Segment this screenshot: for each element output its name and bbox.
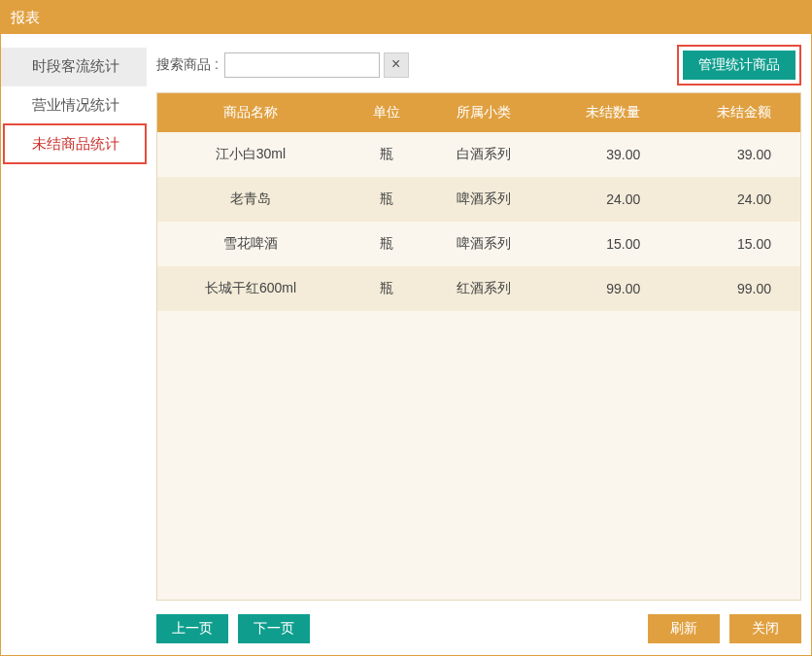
cell-category: 白酒系列	[428, 146, 538, 163]
cell-category: 啤酒系列	[428, 190, 538, 208]
prev-page-button[interactable]: 上一页	[156, 614, 228, 643]
close-button[interactable]: 关闭	[729, 614, 801, 643]
report-window: 报表 时段客流统计 营业情况统计 未结商品统计 搜索商品 : ×	[0, 0, 812, 656]
manage-button-highlight: 管理统计商品	[677, 45, 801, 86]
clear-search-button[interactable]: ×	[384, 52, 409, 78]
cell-qty: 15.00	[539, 236, 670, 252]
refresh-button[interactable]: 刷新	[648, 614, 720, 643]
sidebar-item-business[interactable]: 营业情况统计	[1, 86, 147, 125]
cell-name: 长城干红600ml	[157, 280, 344, 297]
search-input[interactable]	[224, 52, 380, 78]
manage-button-label: 管理统计商品	[698, 56, 780, 74]
cell-unit: 瓶	[344, 235, 428, 253]
table-row[interactable]: 长城干红600ml 瓶 红酒系列 99.00 99.00	[157, 266, 800, 311]
th-unit: 单位	[344, 104, 428, 121]
refresh-label: 刷新	[670, 620, 697, 638]
cell-unit: 瓶	[344, 190, 428, 208]
prev-page-label: 上一页	[172, 620, 213, 638]
cell-qty: 39.00	[539, 147, 670, 162]
close-label: 关闭	[752, 620, 779, 638]
table-row[interactable]: 雪花啤酒 瓶 啤酒系列 15.00 15.00	[157, 222, 800, 266]
cell-amount: 99.00	[669, 281, 800, 296]
next-page-button[interactable]: 下一页	[238, 614, 310, 643]
table-header: 商品名称 单位 所属小类 未结数量 未结金额	[157, 93, 800, 132]
sidebar-item-label: 未结商品统计	[32, 135, 119, 154]
table-row[interactable]: 江小白30ml 瓶 白酒系列 39.00 39.00	[157, 132, 800, 177]
manage-goods-button[interactable]: 管理统计商品	[683, 51, 795, 80]
cell-qty: 24.00	[539, 191, 670, 207]
cell-unit: 瓶	[344, 146, 428, 163]
th-category: 所属小类	[428, 104, 538, 121]
th-qty: 未结数量	[539, 104, 670, 121]
th-amount: 未结金额	[669, 104, 800, 121]
sidebar: 时段客流统计 营业情况统计 未结商品统计	[1, 44, 147, 645]
table-row[interactable]: 老青岛 瓶 啤酒系列 24.00 24.00	[157, 177, 800, 222]
th-name: 商品名称	[157, 104, 344, 121]
window-titlebar: 报表	[1, 1, 811, 34]
cell-category: 红酒系列	[428, 280, 538, 297]
sidebar-item-label: 营业情况统计	[32, 96, 119, 115]
cell-amount: 24.00	[669, 191, 800, 207]
cell-name: 雪花啤酒	[157, 235, 344, 253]
cell-category: 啤酒系列	[428, 235, 538, 253]
sidebar-item-unsettled-goods[interactable]: 未结商品统计	[1, 125, 147, 164]
footer-toolbar: 上一页 下一页 刷新 关闭	[156, 612, 801, 645]
cell-unit: 瓶	[344, 280, 428, 297]
sidebar-item-time-traffic[interactable]: 时段客流统计	[1, 48, 147, 86]
search-label: 搜索商品 :	[156, 56, 219, 74]
next-page-label: 下一页	[254, 620, 294, 638]
cell-amount: 39.00	[669, 147, 800, 162]
cell-amount: 15.00	[669, 236, 800, 252]
cell-name: 江小白30ml	[157, 146, 344, 163]
sidebar-item-label: 时段客流统计	[32, 57, 119, 76]
window-body: 时段客流统计 营业情况统计 未结商品统计 搜索商品 : × 管理统计商品	[1, 34, 811, 655]
cell-name: 老青岛	[157, 190, 344, 208]
toolbar: 搜索商品 : × 管理统计商品	[156, 50, 801, 81]
data-table: 商品名称 单位 所属小类 未结数量 未结金额 江小白30ml 瓶 白酒系列 39…	[156, 92, 801, 601]
main-panel: 搜索商品 : × 管理统计商品 商品名称 单位 所属小类 未结数量	[156, 44, 801, 645]
cell-qty: 99.00	[539, 281, 670, 296]
window-title: 报表	[11, 9, 40, 27]
table-body: 江小白30ml 瓶 白酒系列 39.00 39.00 老青岛 瓶 啤酒系列 24…	[157, 132, 800, 600]
close-icon: ×	[391, 55, 400, 72]
